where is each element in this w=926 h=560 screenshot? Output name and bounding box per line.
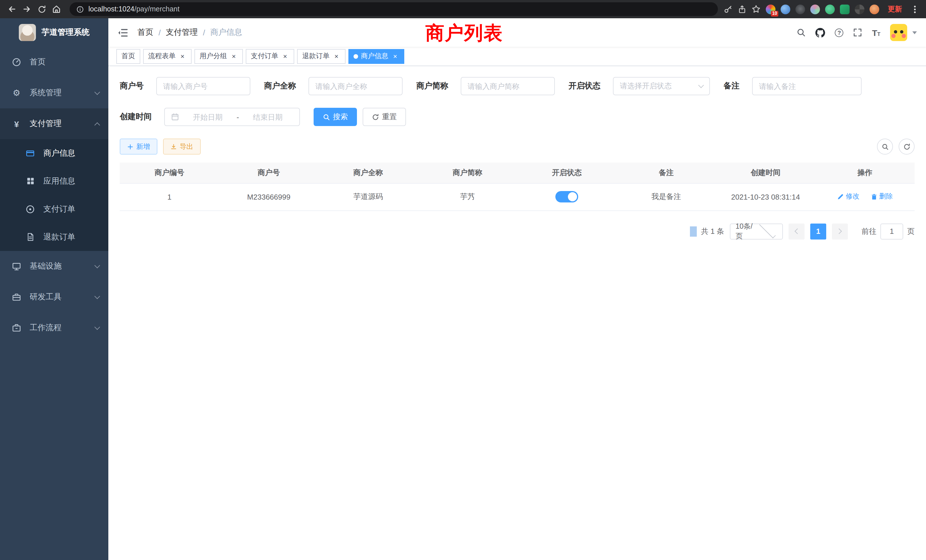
status-select[interactable]: 请选择开启状态 <box>613 77 710 95</box>
sidebar-item-pay-orders[interactable]: 支付订单 <box>0 195 108 223</box>
sidebar-item-dev-tools[interactable]: 研发工具 <box>0 282 108 312</box>
goto-page-input[interactable] <box>881 223 903 239</box>
extension-icon-dark[interactable] <box>796 4 805 14</box>
col-remark: 备注 <box>617 162 716 183</box>
browser-update-button[interactable]: 更新 <box>884 3 905 16</box>
app-logo[interactable]: 芋道管理系统 <box>0 18 108 47</box>
cell-full-name: 芋道源码 <box>318 183 418 210</box>
remark-input[interactable] <box>759 82 855 90</box>
annotation-merchant-list: 商户列表 <box>425 21 503 46</box>
chevron-down-icon <box>759 222 776 238</box>
header-search-icon[interactable] <box>797 28 806 37</box>
prev-page-button[interactable] <box>788 223 805 239</box>
goto-page-suffix: 页 <box>907 226 915 236</box>
fullscreen-icon[interactable] <box>853 28 862 37</box>
password-key-icon[interactable] <box>723 5 733 14</box>
extension-icon-green-circle[interactable] <box>825 4 835 14</box>
extension-icon-avatar[interactable] <box>810 4 820 14</box>
toggle-search-icon[interactable] <box>877 139 893 154</box>
sidebar-item-refund-orders[interactable]: 退款订单 <box>0 223 108 251</box>
profile-avatar-icon[interactable] <box>870 4 879 14</box>
yen-icon: ¥ <box>11 119 22 129</box>
short-name-input[interactable] <box>468 82 548 90</box>
remark-field[interactable] <box>752 77 862 95</box>
start-date-input[interactable] <box>183 113 233 121</box>
reset-button-label: 重置 <box>382 112 397 122</box>
full-name-input[interactable] <box>315 82 396 90</box>
sidebar-item-infrastructure[interactable]: 基础设施 <box>0 251 108 282</box>
refresh-icon[interactable] <box>34 2 49 17</box>
sidebar-item-system[interactable]: ⚙ 系统管理 <box>0 77 108 108</box>
cell-merchant-id: 1 <box>120 183 219 210</box>
sidebar-item-payment[interactable]: ¥ 支付管理 <box>0 108 108 139</box>
tab-pay-orders[interactable]: 支付订单 × <box>246 49 294 64</box>
main-panel: 首页 / 支付管理 / 商户信息 ? <box>108 18 926 560</box>
sidebar-item-label: 基础设施 <box>30 261 62 271</box>
tab-label: 用户分组 <box>200 51 227 61</box>
page-size-select[interactable]: 10条/页 <box>730 223 783 239</box>
avatar-caret-icon[interactable] <box>912 31 917 34</box>
help-icon[interactable]: ? <box>835 28 844 37</box>
url-bar[interactable]: localhost:1024/pay/merchant <box>70 2 718 16</box>
sidebar-item-app-info[interactable]: 应用信息 <box>0 167 108 195</box>
url-path: /pay/merchant <box>134 5 179 13</box>
extension-icon-colorful[interactable]: 10 <box>766 4 775 14</box>
cell-actions: 修改 删除 <box>816 183 915 210</box>
tab-close-icon[interactable]: × <box>281 52 289 60</box>
home-icon[interactable] <box>49 2 64 17</box>
tab-home[interactable]: 首页 <box>117 49 140 64</box>
full-name-field[interactable] <box>309 77 402 95</box>
sidebar-item-label: 商户信息 <box>43 148 75 158</box>
status-label: 开启状态 <box>569 81 601 91</box>
tab-close-icon[interactable]: × <box>391 52 399 60</box>
merchant-no-input[interactable] <box>163 82 244 90</box>
status-toggle[interactable] <box>555 191 578 203</box>
browser-menu-icon[interactable] <box>911 3 919 15</box>
tab-process-form[interactable]: 流程表单 × <box>143 49 192 64</box>
user-avatar[interactable] <box>890 24 907 41</box>
reset-button[interactable]: 重置 <box>363 108 406 126</box>
delete-link[interactable]: 删除 <box>870 192 893 201</box>
tab-merchant-info[interactable]: 商户信息 × <box>348 49 404 64</box>
breadcrumb-payment[interactable]: 支付管理 <box>166 27 198 38</box>
sidebar-item-label: 支付管理 <box>30 119 62 129</box>
tab-user-group[interactable]: 用户分组 × <box>194 49 243 64</box>
add-button[interactable]: 新增 <box>120 139 157 154</box>
breadcrumb-home[interactable]: 首页 <box>138 27 153 38</box>
short-name-field[interactable] <box>461 77 555 95</box>
share-icon[interactable] <box>738 5 746 14</box>
extension-icon-pinwheel[interactable] <box>855 4 864 14</box>
sidebar-item-workflow[interactable]: 工作流程 <box>0 312 108 343</box>
font-size-icon[interactable]: TT <box>872 28 881 37</box>
tags-view-bar: 首页 流程表单 × 用户分组 × 支付订单 × 退款订单 × <box>108 47 926 66</box>
sidebar-item-home[interactable]: 首页 <box>0 47 108 77</box>
url-text: localhost:1024/pay/merchant <box>88 5 180 13</box>
logo-image <box>19 24 36 41</box>
export-button[interactable]: 导出 <box>163 139 201 154</box>
edit-link[interactable]: 修改 <box>837 192 859 201</box>
sidebar-item-label: 研发工具 <box>30 292 62 302</box>
sidebar-toggle-icon[interactable] <box>118 27 128 38</box>
next-page-button[interactable] <box>832 223 848 239</box>
merchant-no-field[interactable] <box>156 77 250 95</box>
tab-refund-orders[interactable]: 退款订单 × <box>297 49 345 64</box>
back-icon[interactable] <box>5 2 20 17</box>
tab-close-icon[interactable]: × <box>230 52 238 60</box>
page-1-button[interactable]: 1 <box>810 223 826 239</box>
refresh-table-icon[interactable] <box>899 139 915 154</box>
end-date-input[interactable] <box>242 113 293 121</box>
bookmark-star-icon[interactable] <box>752 5 761 14</box>
extension-icon-blue[interactable] <box>781 4 790 14</box>
search-button[interactable]: 搜索 <box>313 108 357 126</box>
create-time-range-picker[interactable]: - <box>164 108 300 126</box>
remark-label: 备注 <box>723 81 740 91</box>
sidebar-item-label: 应用信息 <box>43 176 75 186</box>
tab-close-icon[interactable]: × <box>179 52 186 60</box>
extension-icon-green-square[interactable] <box>840 4 850 14</box>
tab-close-icon[interactable]: × <box>333 52 340 60</box>
page-info-icon[interactable] <box>76 5 84 13</box>
forward-icon[interactable] <box>20 2 34 17</box>
status-placeholder: 请选择开启状态 <box>620 81 696 91</box>
github-icon[interactable] <box>816 28 825 37</box>
sidebar-item-merchant-info[interactable]: 商户信息 <box>0 139 108 167</box>
